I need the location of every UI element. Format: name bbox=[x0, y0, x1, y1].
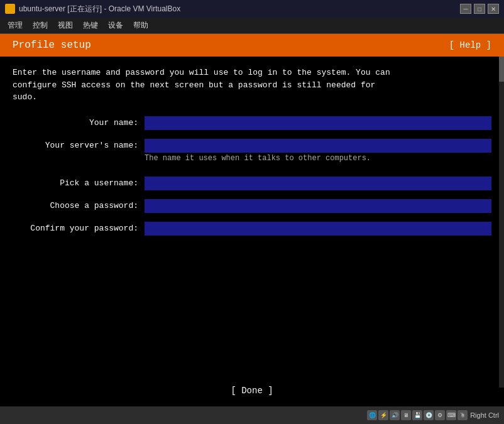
profile-setup-title: Profile setup bbox=[13, 40, 91, 51]
menu-item-control[interactable]: 控制 bbox=[28, 19, 53, 32]
help-button[interactable]: [ Help ] bbox=[449, 40, 491, 50]
menu-item-help[interactable]: 帮助 bbox=[128, 19, 153, 32]
form-area: Your name: Your server's name: The name … bbox=[13, 116, 491, 236]
menu-item-devices[interactable]: 设备 bbox=[103, 19, 128, 32]
sound-icon: 🔊 bbox=[390, 410, 400, 420]
menu-item-manage[interactable]: 管理 bbox=[3, 19, 28, 32]
statusbar-icons: 🌐 ⚡ 🔊 🖥 💾 💿 ⚙ ⌨ 🖱 bbox=[367, 410, 468, 420]
username-row: Pick a username: bbox=[13, 177, 491, 190]
server-name-row: Your server's name: The name it uses whe… bbox=[13, 139, 491, 153]
statusbar: 🌐 ⚡ 🔊 🖥 💾 💿 ⚙ ⌨ 🖱 Right Ctrl bbox=[0, 406, 504, 424]
window-title: ubuntu-server [正在运行] - Oracle VM Virtual… bbox=[19, 4, 456, 14]
window-controls: ─ □ ✕ bbox=[460, 4, 499, 14]
usb-icon: ⚡ bbox=[378, 410, 388, 420]
intro-text: Enter the username and password you will… bbox=[13, 67, 491, 104]
minimize-button[interactable]: ─ bbox=[460, 4, 471, 14]
your-name-label: Your name: bbox=[13, 118, 145, 128]
content-area: Enter the username and password you will… bbox=[0, 57, 504, 375]
server-name-input[interactable] bbox=[145, 139, 491, 153]
network-icon: 🌐 bbox=[367, 410, 377, 420]
username-input[interactable] bbox=[145, 177, 491, 190]
confirm-password-row: Confirm your password: bbox=[13, 222, 491, 236]
cd-icon: 💿 bbox=[424, 410, 434, 420]
scrollbar[interactable] bbox=[499, 57, 504, 388]
maximize-button[interactable]: □ bbox=[474, 4, 485, 14]
titlebar: ubuntu-server [正在运行] - Oracle VM Virtual… bbox=[0, 0, 504, 18]
done-button[interactable]: [ Done ] bbox=[223, 383, 280, 398]
mouse-icon: 🖱 bbox=[457, 410, 468, 420]
password-label: Choose a password: bbox=[13, 201, 145, 210]
app-icon bbox=[5, 4, 15, 14]
your-name-row: Your name: bbox=[13, 116, 491, 130]
vm-screen: Profile setup [ Help ] Enter the usernam… bbox=[0, 34, 504, 406]
confirm-password-label: Confirm your password: bbox=[13, 224, 145, 233]
password-input[interactable] bbox=[145, 199, 491, 213]
scrollbar-thumb[interactable] bbox=[499, 57, 504, 82]
confirm-password-input[interactable] bbox=[145, 222, 491, 236]
right-ctrl-label: Right Ctrl bbox=[470, 411, 499, 419]
menu-item-view[interactable]: 视图 bbox=[53, 19, 78, 32]
server-name-label: Your server's name: bbox=[13, 141, 145, 150]
settings-icon: ⚙ bbox=[435, 410, 445, 420]
menu-item-hotkey[interactable]: 热键 bbox=[78, 19, 103, 32]
profile-setup-header: Profile setup [ Help ] bbox=[0, 34, 504, 57]
password-row: Choose a password: bbox=[13, 199, 491, 213]
display-icon: 🖥 bbox=[401, 410, 411, 420]
done-area: [ Done ] bbox=[0, 375, 504, 406]
username-label: Pick a username: bbox=[13, 178, 145, 188]
keyboard-icon: ⌨ bbox=[446, 410, 456, 420]
close-button[interactable]: ✕ bbox=[488, 4, 499, 14]
disk-icon: 💾 bbox=[412, 410, 422, 420]
server-name-hint: The name it uses when it talks to other … bbox=[145, 154, 371, 163]
menubar: 管理 控制 视图 热键 设备 帮助 bbox=[0, 18, 504, 34]
your-name-input[interactable] bbox=[145, 116, 491, 130]
